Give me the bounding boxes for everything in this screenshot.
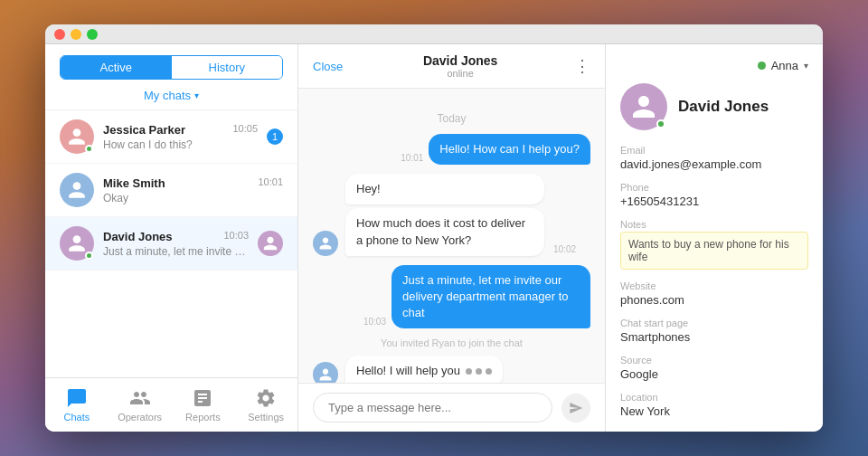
nav-label-settings: Settings [248, 412, 284, 423]
website-label: Website [620, 280, 808, 291]
chat-list: Jessica Parker 10:05 How can I do this? … [45, 110, 297, 377]
dot-1 [466, 368, 472, 375]
message-row-typing: Hello! I will help you [313, 356, 590, 383]
email-label: Email [620, 145, 808, 156]
phone-value: +16505431231 [620, 195, 808, 208]
location-label: Location [620, 392, 808, 403]
msg-bubble-3: How much does it cost to deliver a phone… [345, 208, 544, 255]
chat-header: Close David Jones online ⋮ [298, 44, 605, 89]
chat-header-name: David Jones [355, 53, 565, 68]
header-user-chevron: ▾ [804, 61, 808, 71]
chat-info-david: David Jones 10:03 Just a minute, let me … [103, 230, 249, 258]
input-area [298, 383, 605, 432]
contact-header: David Jones [620, 83, 808, 130]
msg-avatar-ryan [313, 362, 338, 384]
nav-chats[interactable]: Chats [45, 378, 108, 432]
header-user-online-dot [758, 62, 766, 70]
more-options-button[interactable]: ⋮ [574, 56, 590, 76]
unread-badge-jessica: 1 [267, 128, 283, 145]
messages-area: Today 10:01 Hello! How can I help you? H… [298, 89, 605, 383]
chat-name-david: David Jones [103, 230, 173, 243]
nav-reports[interactable]: Reports [172, 378, 235, 432]
info-notes: Notes Wants to buy a new phone for his w… [620, 219, 808, 270]
chat-name-jessica: Jessica Parker [103, 123, 185, 137]
chat-name-mike: Mike Smith [103, 176, 165, 190]
system-message: You invited Ryan to join the chat [313, 337, 590, 348]
chat-item-david[interactable]: David Jones 10:03 Just a minute, let me … [45, 217, 297, 271]
traffic-lights [54, 29, 98, 40]
msg-avatar-david [313, 231, 338, 256]
right-panel: Anna ▾ David Jones Email david.jones@exa… [606, 44, 823, 432]
tab-history[interactable]: History [172, 56, 283, 79]
msg-bubble-4: Just a minute, let me invite our deliver… [392, 265, 590, 329]
typing-dots [466, 368, 492, 375]
tab-switcher: Active History [60, 55, 283, 80]
msg-bubble-2: Hey! [345, 174, 544, 204]
chat-time-jessica: 10:05 [232, 123, 258, 137]
website-value: phones.com [620, 293, 808, 307]
message-row-4: 10:03 Just a minute, let me invite our d… [313, 265, 590, 329]
info-phone: Phone +16505431231 [620, 182, 808, 208]
chat-info-jessica: Jessica Parker 10:05 How can I do this? [103, 123, 258, 151]
info-website: Website phones.com [620, 280, 808, 307]
msg-time-1: 10:01 [401, 153, 423, 163]
info-email: Email david.jones@example.com [620, 145, 808, 171]
notes-value: Wants to buy a new phone for his wife [620, 232, 808, 270]
info-source: Source Google [620, 355, 808, 381]
info-location: Location New York [620, 392, 808, 418]
nav-settings[interactable]: Settings [234, 378, 297, 432]
chat-thumb-david [258, 231, 283, 256]
nav-label-operators: Operators [118, 412, 162, 423]
dot-2 [476, 368, 482, 375]
chat-start-page-value: Smartphones [620, 330, 808, 344]
header-user-name: Anna [771, 59, 798, 72]
msg-bubble-typing: Hello! I will help you [345, 356, 503, 383]
chat-item-mike[interactable]: Mike Smith 10:01 Okay [45, 164, 297, 217]
avatar-jessica [60, 119, 94, 154]
info-chat-start-page: Chat start page Smartphones [620, 318, 808, 344]
chat-time-mike: 10:01 [258, 176, 283, 190]
close-window-button[interactable] [54, 29, 65, 40]
tab-active[interactable]: Active [61, 56, 172, 79]
nav-label-chats: Chats [64, 412, 90, 423]
chat-item-jessica[interactable]: Jessica Parker 10:05 How can I do this? … [45, 110, 297, 164]
message-row-1: 10:01 Hello! How can I help you? [313, 134, 590, 165]
maximize-window-button[interactable] [87, 29, 98, 40]
chat-preview-david: Just a minute, let me invite our deliver… [103, 245, 249, 258]
contact-name: David Jones [678, 98, 769, 116]
chat-preview-mike: Okay [103, 192, 283, 204]
chat-time-david: 10:03 [223, 230, 249, 243]
dot-3 [486, 368, 492, 375]
online-dot-david [85, 252, 93, 260]
date-divider: Today [313, 112, 590, 125]
bottom-nav: Chats Operators Reports Settings [45, 377, 297, 432]
left-panel: Active History My chats ▾ [45, 44, 298, 432]
send-button[interactable] [561, 394, 590, 423]
contact-online-dot [656, 119, 665, 128]
my-chats-label: My chats [144, 89, 191, 102]
chat-info-mike: Mike Smith 10:01 Okay [103, 176, 283, 204]
phone-label: Phone [620, 182, 808, 193]
location-value: New York [620, 404, 808, 418]
my-chats-dropdown[interactable]: My chats ▾ [60, 89, 283, 102]
chevron-down-icon: ▾ [194, 90, 199, 100]
online-dot-jessica [85, 145, 93, 153]
close-chat-button[interactable]: Close [313, 60, 343, 73]
left-top: Active History My chats ▾ [45, 44, 297, 110]
nav-label-reports: Reports [185, 412, 221, 423]
msg-time-4: 10:03 [363, 317, 386, 327]
chat-header-status: online [355, 68, 565, 79]
message-row-2: Hey! How much does it cost to deliver a … [313, 174, 590, 256]
title-bar [45, 24, 823, 44]
notes-label: Notes [620, 219, 808, 230]
message-input[interactable] [313, 393, 552, 423]
msg-time-2: 10:02 [553, 244, 576, 254]
contact-avatar [620, 83, 667, 130]
minimize-window-button[interactable] [71, 29, 81, 40]
msg-bubble-1: Hello! How can I help you? [429, 134, 590, 165]
chat-preview-jessica: How can I do this? [103, 138, 258, 151]
middle-panel: Close David Jones online ⋮ Today 10:01 H… [298, 44, 606, 432]
nav-operators[interactable]: Operators [108, 378, 172, 432]
chat-header-info: David Jones online [355, 53, 565, 79]
avatar-mike [60, 173, 94, 207]
